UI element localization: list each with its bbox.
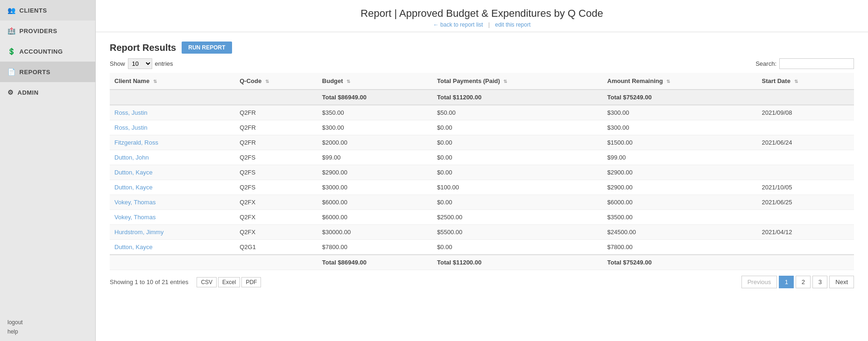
show-entries-control: Show 10 25 50 100 entries (110, 58, 173, 69)
col-budget-label: Budget (322, 77, 343, 84)
sidebar-item-label-clients: CLIENTS (20, 7, 47, 14)
csv-export-button[interactable]: CSV (197, 277, 217, 287)
main-content: Report | Approved Budget & Expenditures … (96, 0, 868, 341)
header-links: ← back to report list | edit this report (96, 21, 868, 28)
next-button[interactable]: Next (829, 276, 854, 288)
table-row: Vokey, ThomasQ2FX$6000.00$0.00$6000.0020… (110, 195, 854, 210)
back-to-report-list-link[interactable]: ← back to report list (433, 21, 483, 28)
sort-icon-budget: ⇅ (346, 79, 350, 84)
col-total-payments[interactable]: Total Payments (Paid) ⇅ (432, 73, 602, 90)
search-label: Search: (755, 60, 776, 67)
entries-label: entries (155, 60, 173, 67)
totals-top-payments: Total $11200.00 (432, 90, 602, 105)
page-1-button[interactable]: 1 (779, 276, 794, 288)
show-label: Show (110, 60, 125, 67)
sort-icon-total-payments: ⇅ (503, 79, 507, 84)
client-name-link[interactable]: Ross, Justin (114, 124, 148, 131)
table-row: Hurdstrom, JimmyQ2FX$30000.00$5500.00$24… (110, 225, 854, 240)
sidebar: 👥 CLIENTS 🏥 PROVIDERS 💲 ACCOUNTING 📄 REP… (0, 0, 96, 341)
excel-export-button[interactable]: Excel (218, 277, 240, 287)
pdf-export-button[interactable]: PDF (241, 277, 261, 287)
sidebar-item-label-reports: REPORTS (20, 69, 50, 76)
report-table: Client Name ⇅ Q-Code ⇅ Budget ⇅ Total Pa… (110, 73, 854, 270)
admin-icon: ⚙ (7, 89, 14, 96)
totals-top-row: Total $86949.00 Total $11200.00 Total $7… (110, 90, 854, 105)
col-budget[interactable]: Budget ⇅ (318, 73, 432, 90)
col-start-date-label: Start Date (762, 77, 790, 84)
table-row: Dutton, JohnQ2FS$99.00$0.00$99.00 (110, 150, 854, 165)
sidebar-item-accounting[interactable]: 💲 ACCOUNTING (0, 41, 95, 62)
pagination: Previous 1 2 3 Next (741, 276, 854, 288)
header-separator: | (488, 21, 490, 28)
table-row: Dutton, KayceQ2FS$3000.00$100.00$2900.00… (110, 180, 854, 195)
table-footer: Showing 1 to 10 of 21 entries CSV Excel … (110, 276, 854, 293)
col-client-name[interactable]: Client Name ⇅ (110, 73, 235, 90)
sidebar-item-label-accounting: ACCOUNTING (20, 48, 63, 55)
results-header: Report Results RUN REPORT (110, 42, 854, 54)
col-client-name-label: Client Name (114, 77, 149, 84)
totals-top-client (110, 90, 235, 105)
sidebar-item-reports[interactable]: 📄 REPORTS (0, 62, 95, 82)
run-report-button[interactable]: RUN REPORT (182, 42, 232, 54)
table-row: Ross, JustinQ2FR$350.00$50.00$300.002021… (110, 105, 854, 120)
sidebar-bottom: logout help (0, 313, 95, 341)
clients-icon: 👥 (7, 7, 16, 14)
search-input[interactable] (779, 58, 854, 69)
page-header: Report | Approved Budget & Expenditures … (96, 0, 868, 32)
col-q-code-label: Q-Code (240, 77, 261, 84)
client-name-link[interactable]: Dutton, John (114, 154, 149, 161)
table-row: Dutton, KayceQ2G1$7800.00$0.00$7800.00 (110, 240, 854, 255)
help-link[interactable]: help (7, 327, 88, 336)
edit-report-link[interactable]: edit this report (495, 21, 530, 28)
sort-icon-amount-remaining: ⇅ (666, 79, 670, 84)
sidebar-item-label-providers: PROVIDERS (20, 28, 57, 35)
sidebar-item-label-admin: ADMIN (18, 89, 39, 96)
sort-icon-client-name: ⇅ (153, 79, 157, 84)
export-buttons: CSV Excel PDF (197, 277, 261, 287)
page-3-button[interactable]: 3 (812, 276, 827, 288)
client-name-link[interactable]: Dutton, Kayce (114, 184, 153, 191)
table-row: Dutton, KayceQ2FS$2900.00$0.00$2900.00 (110, 165, 854, 180)
totals-bottom-row: Total $86949.00Total $11200.00Total $752… (110, 255, 854, 270)
results-title: Report Results (110, 42, 176, 53)
col-total-payments-label: Total Payments (Paid) (437, 77, 500, 84)
client-name-link[interactable]: Hurdstrom, Jimmy (114, 229, 163, 236)
providers-icon: 🏥 (7, 27, 16, 35)
totals-top-remaining: Total $75249.00 (603, 90, 757, 105)
col-amount-remaining[interactable]: Amount Remaining ⇅ (603, 73, 757, 90)
entries-select[interactable]: 10 25 50 100 (128, 58, 152, 69)
table-header-row: Client Name ⇅ Q-Code ⇅ Budget ⇅ Total Pa… (110, 73, 854, 90)
previous-button[interactable]: Previous (741, 276, 777, 288)
client-name-link[interactable]: Vokey, Thomas (114, 214, 155, 221)
table-row: Vokey, ThomasQ2FX$6000.00$2500.00$3500.0… (110, 210, 854, 225)
client-name-link[interactable]: Vokey, Thomas (114, 199, 155, 206)
showing-text: Showing 1 to 10 of 21 entries (110, 278, 188, 285)
content-area: Report Results RUN REPORT Show 10 25 50 … (96, 32, 868, 341)
totals-top-date (757, 90, 854, 105)
sort-icon-q-code: ⇅ (265, 79, 269, 84)
sidebar-item-admin[interactable]: ⚙ ADMIN (0, 82, 95, 103)
totals-top-budget: Total $86949.00 (318, 90, 432, 105)
sort-icon-start-date: ⇅ (794, 79, 798, 84)
col-amount-remaining-label: Amount Remaining (607, 77, 663, 84)
client-name-link[interactable]: Fitzgerald, Ross (114, 139, 158, 146)
search-box: Search: (755, 58, 854, 69)
client-name-link[interactable]: Dutton, Kayce (114, 244, 153, 251)
table-controls: Show 10 25 50 100 entries Search: (110, 58, 854, 69)
table-row: Ross, JustinQ2FR$300.00$0.00$300.00 (110, 120, 854, 135)
page-title: Report | Approved Budget & Expenditures … (96, 7, 868, 20)
page-2-button[interactable]: 2 (796, 276, 811, 288)
table-row: Fitzgerald, RossQ2FR$2000.00$0.00$1500.0… (110, 135, 854, 150)
sidebar-item-clients[interactable]: 👥 CLIENTS (0, 0, 95, 21)
col-q-code[interactable]: Q-Code ⇅ (235, 73, 318, 90)
totals-top-qcode (235, 90, 318, 105)
sidebar-item-providers[interactable]: 🏥 PROVIDERS (0, 21, 95, 41)
logout-link[interactable]: logout (7, 318, 88, 327)
footer-left: Showing 1 to 10 of 21 entries CSV Excel … (110, 277, 261, 287)
col-start-date[interactable]: Start Date ⇅ (757, 73, 854, 90)
client-name-link[interactable]: Ross, Justin (114, 109, 148, 116)
reports-icon: 📄 (7, 68, 16, 76)
accounting-icon: 💲 (7, 48, 16, 55)
client-name-link[interactable]: Dutton, Kayce (114, 169, 153, 176)
